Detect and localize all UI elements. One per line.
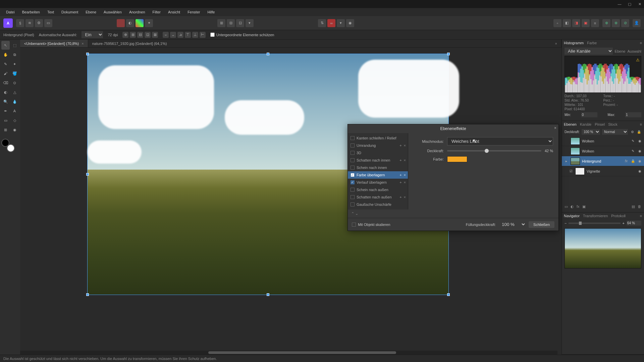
fx-checkbox[interactable] <box>351 202 355 206</box>
opacity-slider[interactable] <box>447 150 541 152</box>
persona-liquify-icon[interactable]: ≋ <box>25 19 34 27</box>
color-wheel-icon[interactable] <box>136 19 144 27</box>
layer-hintergrund[interactable]: ▸ Hintergrund fx 🔒 ◉ <box>562 156 644 166</box>
fx-checkbox[interactable] <box>351 151 355 155</box>
add2-icon[interactable]: ⊗ <box>612 19 620 27</box>
erase-tool[interactable]: ⌫ <box>1 78 10 87</box>
rectangle-tool[interactable]: ▭ <box>1 116 10 125</box>
tab-histogramm[interactable]: Histogramm <box>564 41 584 45</box>
paint-brush-tool[interactable]: 🖌 <box>1 69 10 78</box>
grid3-icon[interactable]: ⊡ <box>236 19 244 27</box>
fx-remove-icon[interactable]: × <box>404 158 406 162</box>
fx-add-icon[interactable]: + <box>399 195 401 199</box>
move-tool[interactable]: ↖ <box>1 41 10 50</box>
fx-remove-icon[interactable]: × <box>404 143 406 147</box>
auto-select-dropdown[interactable]: Ein <box>82 31 103 38</box>
menu-hilfe[interactable]: Hilfe <box>204 9 218 15</box>
snap2-icon[interactable]: ⊞ <box>130 32 136 38</box>
fx-checkbox[interactable]: ✓ <box>351 180 355 184</box>
fx-checkbox[interactable]: ✓ <box>351 173 355 177</box>
zoom-in-icon[interactable]: + <box>623 221 625 225</box>
zoom-tool[interactable]: 🔍 <box>1 97 10 106</box>
layer-wolken-1[interactable]: Wolken ✎ ◉ <box>562 136 644 146</box>
fx-add-icon[interactable]: + <box>399 143 401 147</box>
eyedropper-tool[interactable]: ◉ <box>10 125 19 134</box>
tab-pinsel[interactable]: Pinsel <box>595 122 605 126</box>
min-input[interactable] <box>581 112 597 117</box>
fx-item-6[interactable]: ✓Verlauf überlagern+× <box>348 179 408 186</box>
window-close[interactable]: ✕ <box>637 1 643 7</box>
fx-item-7[interactable]: Schein nach außen <box>348 186 408 193</box>
tab-farbe[interactable]: Farbe <box>587 41 597 45</box>
expand-icon[interactable]: ▸ <box>564 159 569 163</box>
opacity-select[interactable]: 100 % <box>582 129 600 135</box>
protect-checkbox[interactable]: Untergeordnete Elemente schützen <box>210 33 274 37</box>
link-icon[interactable]: ✎ <box>631 139 635 143</box>
fx-checkbox[interactable] <box>351 158 355 162</box>
align-h2-icon[interactable]: ⫠ <box>170 32 176 38</box>
tab-transformieren[interactable]: Transformieren <box>583 214 608 218</box>
align-v1-icon[interactable]: ⊤ <box>185 32 191 38</box>
fx-item-4[interactable]: Schein nach innen <box>348 164 408 171</box>
view-tool[interactable]: ✋ <box>1 50 10 59</box>
layer-op2-icon[interactable]: ◧ <box>563 19 571 27</box>
selection-brush-tool[interactable]: ✎ <box>1 60 10 68</box>
fx-remove-icon[interactable]: × <box>404 195 406 199</box>
text-tool[interactable]: A <box>10 107 19 115</box>
tab-ebenen[interactable]: Ebenen <box>564 122 577 126</box>
link-icon[interactable]: ✎ <box>631 149 635 153</box>
foreground-color-swatch[interactable] <box>7 144 15 152</box>
max-input[interactable] <box>625 112 641 117</box>
layer-op3-icon[interactable]: ◨ <box>572 19 580 27</box>
tab-navigator[interactable]: Navigator <box>564 214 580 218</box>
align-h1-icon[interactable]: ⫟ <box>163 32 169 38</box>
add-icon[interactable]: ⊕ <box>602 19 610 27</box>
shape-tool[interactable]: ◇ <box>10 116 19 125</box>
dropdown-icon[interactable]: ▾ <box>246 19 254 27</box>
warning-icon[interactable]: ⚠ <box>636 58 640 62</box>
snap5-icon[interactable]: ⊠ <box>152 32 158 38</box>
menu-filter[interactable]: Filter <box>149 9 164 15</box>
doc-tab-1-close[interactable]: × <box>82 42 84 46</box>
delete-layer-icon[interactable]: 🗑 <box>638 204 641 209</box>
window-maximize[interactable]: ▢ <box>627 1 633 7</box>
fill-opacity-select[interactable]: 100 % <box>498 221 526 228</box>
navigator-preview[interactable] <box>565 228 641 268</box>
fx-add-icon[interactable]: + <box>399 180 401 184</box>
close-button[interactable]: Schließen <box>529 221 554 228</box>
fx-item-3[interactable]: Schatten nach innen+× <box>348 157 408 164</box>
layers-menu-icon[interactable]: ≡ <box>640 122 642 126</box>
camera-icon[interactable]: ◉ <box>346 19 354 27</box>
link-icon[interactable]: ∞ <box>327 19 335 27</box>
fx-checkbox[interactable] <box>351 188 355 192</box>
clone-tool[interactable]: ⊙ <box>10 78 19 87</box>
menu-ansicht[interactable]: Ansicht <box>165 9 183 15</box>
user-icon[interactable]: 👤 <box>633 19 641 27</box>
menu-anordnen[interactable]: Anordnen <box>126 9 149 15</box>
dialog-close-icon[interactable]: × <box>554 126 556 130</box>
histo-auswahl-btn[interactable]: Auswahl <box>627 49 641 53</box>
fx-item-1[interactable]: Umrandung+× <box>348 142 408 149</box>
mesh-tool[interactable]: ⊞ <box>1 125 10 134</box>
dodge-tool[interactable]: ◐ <box>1 88 10 97</box>
color-swatch[interactable] <box>447 156 467 162</box>
visibility-icon[interactable]: ◉ <box>637 149 642 153</box>
adjust-icon[interactable]: ◐ <box>571 204 574 209</box>
fx-icon[interactable]: fx <box>577 204 580 209</box>
fx-add-icon[interactable]: + <box>399 158 401 162</box>
visibility-icon[interactable]: ◉ <box>637 159 642 163</box>
doc-tab-2[interactable]: nature-7595617_1920.jpg [Geändert] (64,1… <box>88 40 561 47</box>
fx-item-0[interactable]: Kanten schleifen / Relief <box>348 134 408 142</box>
blend-select[interactable]: Normal <box>602 129 628 135</box>
add3-icon[interactable]: ⊘ <box>621 19 629 27</box>
flood-select-tool[interactable]: ✦ <box>10 60 19 68</box>
visibility-icon[interactable]: ◉ <box>637 169 642 173</box>
tool-icon-b[interactable]: ✦ <box>145 19 153 27</box>
dialog-nav-arrows[interactable]: ⌃ ⌄ <box>348 209 558 218</box>
zoom-slider[interactable] <box>569 223 620 224</box>
grid-icon[interactable]: ⊞ <box>217 19 225 27</box>
color-well[interactable] <box>1 139 15 152</box>
fx-remove-icon[interactable]: × <box>404 180 406 184</box>
menu-fenster[interactable]: Fenster <box>184 9 203 15</box>
layer-op1-icon[interactable]: ▫ <box>553 19 561 27</box>
